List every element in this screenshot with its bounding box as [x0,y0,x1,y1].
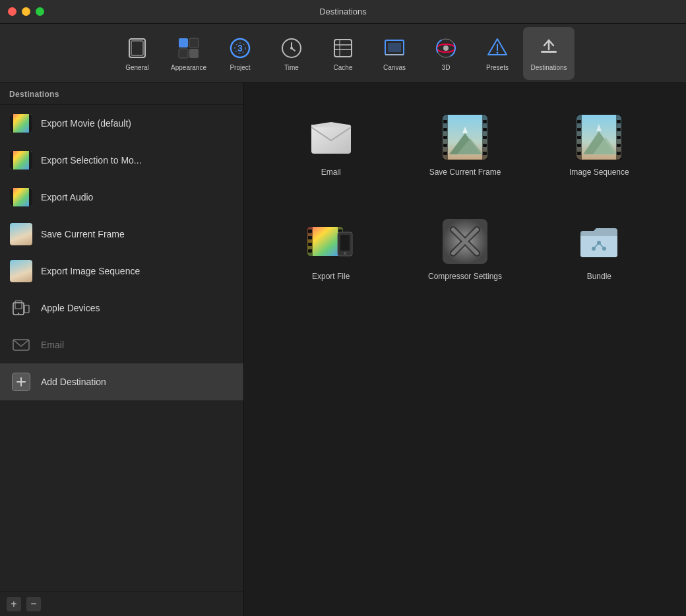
dest-label-image-sequence: Image Sequence [569,168,629,177]
sidebar-item-icon-export-selection [9,148,33,172]
add-footer-button[interactable]: + [7,597,21,611]
sidebar-footer: + − [0,591,243,616]
presets-label: Presets [486,64,509,71]
sidebar-item-label-export-image-sequence: Export Image Sequence [41,266,140,276]
svg-rect-66 [617,128,621,131]
content-area: Email [244,83,686,616]
sidebar-item-email[interactable]: Email [0,326,243,363]
sidebar-item-export-movie[interactable]: Export Movie (default) [0,105,243,142]
dest-item-save-current-frame[interactable]: Save Current Frame [404,103,525,187]
sidebar-item-icon-add [9,370,33,394]
title-bar: Destinations [0,0,686,24]
remove-footer-button[interactable]: − [26,597,41,611]
image-sequence-dest-icon [575,113,623,161]
svg-point-26 [497,52,499,54]
sidebar-item-label-export-movie: Export Movie (default) [41,118,131,129]
dest-item-image-sequence[interactable]: Image Sequence [539,103,660,187]
sidebar-item-add-destination[interactable]: Add Destination [0,363,243,400]
svg-rect-29 [15,301,22,309]
sidebar-item-icon-apple-devices [9,296,33,320]
svg-rect-82 [340,235,350,251]
toolbar-item-presets[interactable]: Presets [472,27,523,80]
save-current-frame-dest-icon [441,113,489,161]
svg-rect-63 [577,144,581,147]
svg-rect-35 [311,125,351,154]
svg-point-23 [443,46,449,51]
svg-rect-75 [308,243,312,246]
toolbar-item-appearance[interactable]: Appearance [163,27,214,80]
svg-rect-62 [577,136,581,139]
svg-rect-48 [443,152,447,155]
svg-rect-74 [308,236,312,239]
svg-rect-50 [483,128,487,131]
cache-label: Cache [334,64,353,71]
svg-rect-27 [541,51,557,53]
close-button[interactable] [8,7,16,16]
svg-rect-61 [577,128,581,131]
svg-rect-76 [308,249,312,253]
svg-point-83 [344,252,346,255]
appearance-label: Appearance [171,64,206,71]
toolbar-item-canvas[interactable]: Canvas [369,27,420,80]
svg-rect-52 [483,144,487,147]
dest-label-compressor-settings: Compressor Settings [428,272,502,281]
toolbar-item-destinations[interactable]: Destinations [523,27,575,80]
dest-label-bundle: Bundle [587,272,611,281]
toolbar-item-3d[interactable]: 3D [420,27,472,80]
dest-label-email: Email [321,168,341,177]
window-title: Destinations [319,7,367,16]
sidebar-item-label-apple-devices: Apple Devices [41,303,100,313]
sidebar-item-icon-export-audio [9,185,33,209]
window-controls [8,7,44,16]
sidebar-item-icon-save-current-frame [9,222,33,246]
svg-rect-51 [483,136,487,139]
sidebar-item-export-audio[interactable]: Export Audio [0,179,243,216]
general-icon [124,35,150,61]
sidebar-item-label-export-selection: Export Selection to Mo... [41,155,142,166]
canvas-icon [381,35,408,61]
sidebar-item-apple-devices[interactable]: Apple Devices [0,290,243,326]
sidebar-item-label-export-audio: Export Audio [41,192,93,202]
svg-rect-47 [443,144,447,147]
svg-rect-67 [617,136,621,139]
toolbar-item-general[interactable]: General [111,27,163,80]
sidebar-item-label-add-destination: Add Destination [41,377,106,387]
presets-icon [484,35,511,61]
toolbar: General Appearance 3 Project [0,24,686,83]
general-label: General [125,64,149,71]
svg-rect-45 [443,128,447,131]
destinations-label: Destinations [530,64,567,71]
appearance-icon [175,35,202,61]
svg-point-12 [290,47,293,49]
svg-text:3: 3 [237,43,243,53]
3d-icon [433,35,459,61]
toolbar-item-cache[interactable]: Cache [317,27,369,80]
toolbar-item-time[interactable]: Time [266,27,317,80]
svg-rect-73 [308,230,312,233]
svg-rect-44 [443,120,447,123]
svg-rect-5 [189,49,199,58]
svg-rect-65 [617,120,621,123]
dest-item-compressor-settings[interactable]: Compressor Settings [404,207,525,292]
project-icon: 3 [227,35,253,61]
sidebar-item-export-image-sequence[interactable]: Export Image Sequence [0,253,243,290]
svg-rect-64 [577,152,581,155]
dest-item-export-file[interactable]: Export File [270,207,391,292]
sidebar-item-save-current-frame[interactable]: Save Current Frame [0,216,243,253]
svg-rect-13 [334,40,352,57]
destination-grid: Email [270,103,660,292]
email-dest-icon [307,113,355,161]
dest-item-bundle[interactable]: Bundle [539,207,660,292]
minimize-button[interactable] [22,7,30,16]
dest-item-email[interactable]: Email [270,103,391,187]
maximize-button[interactable] [36,7,44,16]
svg-rect-60 [577,120,581,123]
time-label: Time [284,64,299,71]
svg-rect-3 [189,38,199,47]
svg-rect-49 [483,120,487,123]
svg-rect-53 [483,152,487,155]
sidebar-item-icon-export-image-sequence [9,259,33,283]
sidebar-item-export-selection[interactable]: Export Selection to Mo... [0,142,243,179]
export-file-dest-icon [307,218,355,265]
toolbar-item-project[interactable]: 3 Project [214,27,266,80]
